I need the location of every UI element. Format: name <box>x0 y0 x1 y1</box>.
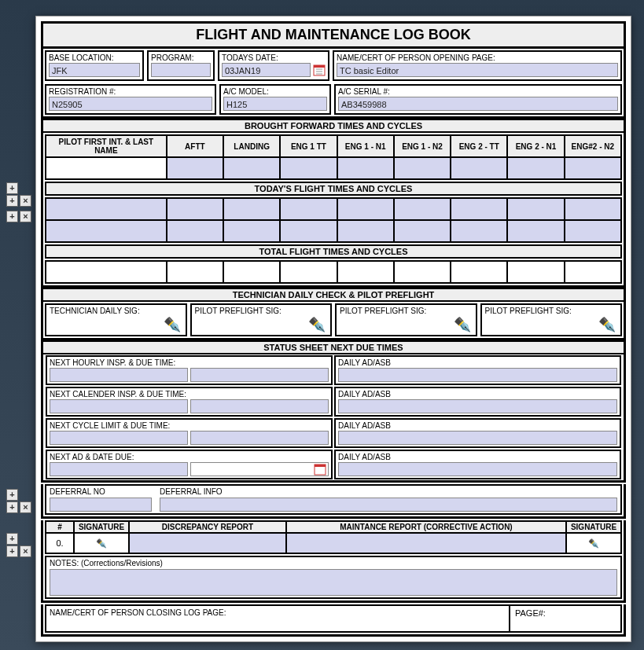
registration-label: REGISTRATION #: <box>49 87 212 96</box>
remove-row-icon[interactable]: × <box>20 195 31 207</box>
notes-input[interactable] <box>50 569 617 596</box>
next-cycle-input-1[interactable] <box>50 431 188 445</box>
grid-header: ENG 1 TT <box>280 135 337 157</box>
signature-icon[interactable]: ✒️ <box>96 538 107 548</box>
grid-header: ENG 2 - TT <box>451 135 507 157</box>
tech-band: TECHNICIAN DAILY CHECK & PILOT PREFLIGHT <box>43 288 624 302</box>
remove-row-icon[interactable]: × <box>20 545 31 557</box>
brought-forward-band: BROUGHT FORWARD TIMES AND CYCLES <box>43 119 624 133</box>
daily-ad-label: DAILY AD/ASB <box>338 390 617 398</box>
grid-header: ENG#2 - N2 <box>565 135 621 157</box>
pilot-sig-cell[interactable]: PILOT PREFLIGHT SIG: ✒️ <box>480 303 623 336</box>
discrepancy-table: # SIGNATURE DISCREPANCY REPORT MAINTANCE… <box>45 520 622 554</box>
program-label: PROGRAM: <box>151 53 211 62</box>
daily-ad-input[interactable] <box>338 462 617 476</box>
today-grid <box>45 197 622 243</box>
add-row-icon[interactable]: + <box>6 195 18 207</box>
person-opening-label: NAME/CERT OF PERSON OPENING PAGE: <box>337 53 618 62</box>
calendar-icon[interactable] <box>313 64 326 76</box>
disc-report-header: DISCREPANCY REPORT <box>129 521 286 533</box>
daily-ad-label: DAILY AD/ASB <box>338 453 617 461</box>
disc-num-header: # <box>46 521 74 533</box>
total-row <box>46 261 621 283</box>
log-book-page: FLIGHT AND MAINTENANCE LOG BOOK BASE LOC… <box>35 16 631 642</box>
daily-ad-label: DAILY AD/ASB <box>338 421 617 430</box>
svg-rect-6 <box>315 465 326 467</box>
page-number-label: PAGE#: <box>515 608 617 629</box>
registration-input[interactable]: N25905 <box>49 97 212 111</box>
next-ad-input-1[interactable] <box>50 462 188 476</box>
next-calendar-label: NEXT CALENDER INSP. & DUE TIME: <box>50 390 329 398</box>
add-row-icon[interactable]: + <box>6 211 18 222</box>
program-input[interactable] <box>151 63 211 77</box>
add-row-icon[interactable]: + <box>6 182 18 194</box>
times-grid: PILOT FIRST INT. & LAST NAMEAFTTLANDINGE… <box>45 134 622 180</box>
today-row[interactable] <box>46 220 621 242</box>
svg-rect-1 <box>314 65 325 68</box>
next-ad-date-input[interactable] <box>190 462 329 476</box>
today-band: TODAY'S FLIGHT TIMES AND CYCLES <box>45 182 622 196</box>
disc-report-input[interactable] <box>129 533 286 553</box>
next-ad-label: NEXT AD & DATE DUE: <box>50 453 329 461</box>
signature-icon[interactable]: ✒️ <box>588 538 599 548</box>
pilot-sig-cell[interactable]: PILOT PREFLIGHT SIG: ✒️ <box>190 303 333 336</box>
next-hourly-input-1[interactable] <box>50 368 188 382</box>
deferral-info-label: DEFERRAL INFO <box>160 487 617 496</box>
notes-label: NOTES: (Corrections/Revisions) <box>50 559 617 567</box>
add-row-icon[interactable]: + <box>6 501 18 513</box>
next-calendar-input-2[interactable] <box>190 399 329 413</box>
ac-model-input[interactable]: H125 <box>223 97 327 111</box>
daily-ad-input[interactable] <box>338 368 617 382</box>
next-cycle-input-2[interactable] <box>190 431 329 445</box>
total-band: TOTAL FLIGHT TIMES AND CYCLES <box>45 244 622 259</box>
signature-icon[interactable]: ✒️ <box>308 316 326 333</box>
disc-maint-input[interactable] <box>286 533 566 553</box>
remove-row-icon[interactable]: × <box>20 501 31 513</box>
grid-header: AFTT <box>167 135 223 157</box>
next-hourly-label: NEXT HOURLY INSP. & DUE TIME: <box>50 358 329 367</box>
disc-row-num: 0. <box>46 533 74 553</box>
grid-header: ENG 1 - N2 <box>394 135 451 157</box>
disc-sig-header: SIGNATURE <box>74 521 129 533</box>
grid-header: PILOT FIRST INT. & LAST NAME <box>46 135 167 157</box>
add-row-icon[interactable]: + <box>6 489 18 501</box>
closing-person-label: NAME/CERT OF PERSON CLOSING LOG PAGE: <box>50 608 515 629</box>
base-location-label: BASE LOCATION: <box>49 53 140 62</box>
signature-icon[interactable]: ✒️ <box>454 316 471 333</box>
pilot-sig-cell[interactable]: PILOT PREFLIGHT SIG: ✒️ <box>335 303 477 336</box>
remove-row-icon[interactable]: × <box>20 211 31 222</box>
person-opening-input[interactable]: TC basic Editor <box>337 63 618 77</box>
daily-ad-input[interactable] <box>338 431 617 445</box>
grid-header: LANDING <box>223 135 280 157</box>
add-row-icon[interactable]: + <box>6 533 18 545</box>
daily-ad-input[interactable] <box>338 399 617 413</box>
disc-maint-header: MAINTANCE REPORT (CORRECTIVE ACTION) <box>286 521 566 533</box>
next-cycle-label: NEXT CYCLE LIMIT & DUE TIME: <box>50 421 329 430</box>
base-location-input[interactable]: JFK <box>49 63 140 77</box>
deferral-info-input[interactable] <box>160 498 617 512</box>
disc-sig2-header: SIGNATURE <box>566 521 621 533</box>
todays-date-input[interactable]: 03JAN19 <box>222 63 311 77</box>
bf-row <box>46 157 621 179</box>
deferral-no-label: DEFERRAL NO <box>50 487 160 496</box>
grid-header: ENG 1 - N1 <box>337 135 394 157</box>
signature-icon[interactable]: ✒️ <box>164 316 181 333</box>
page-title: FLIGHT AND MAINTENANCE LOG BOOK <box>41 21 626 49</box>
signature-icon[interactable]: ✒️ <box>598 316 616 333</box>
deferral-no-input[interactable] <box>50 498 152 512</box>
total-grid <box>45 260 622 284</box>
disc-row[interactable]: 0. ✒️ ✒️ <box>46 533 621 553</box>
todays-date-label: TODAYS DATE: <box>222 53 326 62</box>
tech-sig-cell[interactable]: TECHNICIAN DAILY SIG: ✒️ <box>45 303 187 336</box>
daily-ad-label: DAILY AD/ASB <box>338 358 617 367</box>
ac-serial-input[interactable]: AB3459988 <box>338 97 618 111</box>
add-row-icon[interactable]: + <box>6 545 18 557</box>
next-hourly-input-2[interactable] <box>190 368 329 382</box>
today-row[interactable] <box>46 198 621 220</box>
next-calendar-input-1[interactable] <box>50 399 188 413</box>
status-band: STATUS SHEET NEXT DUE TIMES <box>43 340 624 354</box>
ac-model-label: A/C MODEL: <box>223 87 327 96</box>
ac-serial-label: A/C SERIAL #: <box>338 87 618 96</box>
calendar-icon[interactable] <box>314 463 326 476</box>
grid-header: ENG 2 - N1 <box>507 135 564 157</box>
